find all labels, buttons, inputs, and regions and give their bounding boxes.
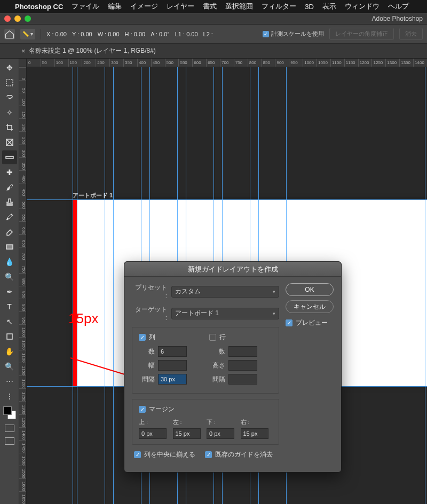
- preset-label: プリセット :: [132, 283, 167, 300]
- ok-button[interactable]: OK: [286, 283, 334, 296]
- guide-layout-dialog: 新規ガイドレイアウトを作成 プリセット : カスタム▾ ターゲット : アートボ…: [124, 261, 342, 473]
- columns-checkbox[interactable]: ✓列: [139, 333, 202, 342]
- guide-v[interactable]: [113, 67, 114, 504]
- stamp-tool-icon[interactable]: [2, 195, 17, 209]
- gradient-tool-icon[interactable]: [2, 240, 17, 254]
- menu-view[interactable]: 表示: [322, 2, 336, 11]
- marquee-tool-icon[interactable]: [2, 76, 17, 90]
- margin-right-input[interactable]: 15 px: [241, 428, 268, 439]
- opt-a: A : 0.0°: [151, 31, 170, 37]
- guide-h[interactable]: [27, 199, 427, 200]
- col-gutter-input[interactable]: 30 px: [158, 374, 187, 385]
- app-name[interactable]: Photoshop CC: [15, 3, 63, 11]
- blur-tool-icon[interactable]: 💧: [2, 255, 17, 269]
- menu-window[interactable]: ウィンドウ: [345, 2, 379, 11]
- col-count-label: 数: [139, 347, 155, 356]
- guide-v[interactable]: [425, 67, 425, 504]
- col-width-input[interactable]: [158, 360, 187, 371]
- ruler-tool-icon[interactable]: [2, 150, 17, 164]
- menu-type[interactable]: 書式: [203, 2, 217, 11]
- edit-toolbar-icon[interactable]: ⋮: [2, 389, 17, 403]
- rows-checkbox[interactable]: 行: [209, 333, 272, 342]
- menu-help[interactable]: ヘルプ: [388, 2, 409, 11]
- clear-button[interactable]: 消去: [399, 28, 423, 40]
- home-icon[interactable]: [4, 29, 15, 39]
- row-height-input: [228, 360, 257, 371]
- col-count-input[interactable]: 6: [158, 346, 187, 357]
- document-tab-row: × 名称未設定 1 @ 100% (レイヤー 1, RGB/8#): [0, 44, 427, 59]
- tool-palette: ✥ ✧ ✚ 🖌 🖍 💧 🔍 ✒ T ↖ ✋ 🔍 ⋯ ⋮: [0, 59, 19, 504]
- heal-tool-icon[interactable]: ✚: [2, 165, 17, 179]
- margin-left-input[interactable]: 15 px: [173, 428, 201, 439]
- center-columns-checkbox[interactable]: ✓列を中央に揃える: [134, 450, 195, 459]
- opt-l2: L2 :: [203, 31, 213, 37]
- ruler-vertical[interactable]: 0501001502002503003504004505005506006507…: [19, 67, 27, 504]
- mac-menubar: Photoshop CC ファイル 編集 イメージ レイヤー 書式 選択範囲 フ…: [0, 0, 427, 13]
- zoom-icon[interactable]: [25, 15, 31, 22]
- annotation-text: 15px: [68, 310, 98, 327]
- document-tab[interactable]: 名称未設定 1 @ 100% (レイヤー 1, RGB/8#): [29, 46, 156, 55]
- quickmask-icon[interactable]: [5, 425, 14, 432]
- menu-layer[interactable]: レイヤー: [167, 2, 194, 11]
- guide-v[interactable]: [77, 67, 77, 504]
- target-select[interactable]: アートボード 1▾: [171, 308, 279, 319]
- preset-select[interactable]: カスタム▾: [171, 286, 279, 298]
- opt-w: W : 0.00: [98, 31, 120, 37]
- chevron-down-icon: ▾: [273, 289, 275, 294]
- scale-checkbox[interactable]: ✓計測スケールを使用: [263, 30, 324, 38]
- tab-close-icon[interactable]: ×: [21, 47, 26, 55]
- path-select-icon[interactable]: ↖: [2, 315, 17, 329]
- margin-bottom-input[interactable]: 0 px: [207, 428, 234, 439]
- zoom-tool-icon[interactable]: 🔍: [2, 359, 17, 373]
- ruler-corner[interactable]: [19, 59, 27, 67]
- row-gutter-label: 間隔: [209, 375, 225, 384]
- eraser-tool-icon[interactable]: [2, 225, 17, 239]
- target-label: ターゲット :: [132, 305, 167, 322]
- opt-h: H : 0.00: [125, 31, 146, 37]
- color-swatch[interactable]: [3, 406, 16, 419]
- menu-image[interactable]: イメージ: [130, 2, 158, 11]
- history-brush-icon[interactable]: 🖍: [2, 210, 17, 224]
- close-icon[interactable]: [4, 15, 11, 22]
- menu-edit[interactable]: 編集: [108, 2, 122, 11]
- minimize-icon[interactable]: [14, 15, 21, 22]
- clear-guides-checkbox[interactable]: ✓既存のガイドを消去: [205, 450, 273, 459]
- type-tool-icon[interactable]: T: [2, 300, 17, 314]
- more-tools-icon[interactable]: ⋯: [2, 374, 17, 388]
- margin-left-label: 左 :: [173, 418, 205, 426]
- opt-y: Y : 0.00: [72, 31, 92, 37]
- ruler-tool-icon[interactable]: 📏 ▾: [20, 29, 35, 39]
- dialog-title[interactable]: 新規ガイドレイアウトを作成: [124, 262, 341, 277]
- frame-tool-icon[interactable]: [2, 135, 17, 149]
- menu-select[interactable]: 選択範囲: [225, 2, 253, 11]
- lasso-tool-icon[interactable]: [2, 91, 17, 105]
- pen-tool-icon[interactable]: ✒: [2, 285, 17, 299]
- wand-tool-icon[interactable]: ✧: [2, 106, 17, 119]
- cancel-button[interactable]: キャンセル: [286, 300, 334, 313]
- svg-rect-0: [6, 79, 13, 86]
- menu-3d[interactable]: 3D: [305, 3, 314, 11]
- row-height-label: 高さ: [209, 361, 225, 370]
- menu-filter[interactable]: フィルター: [262, 2, 296, 11]
- menu-file[interactable]: ファイル: [72, 2, 99, 11]
- screenmode-icon[interactable]: [5, 437, 14, 445]
- move-tool-icon[interactable]: ✥: [2, 61, 17, 75]
- preview-checkbox[interactable]: ✓プレビュー: [286, 318, 334, 327]
- margin-top-input[interactable]: 0 px: [139, 428, 167, 439]
- window-titlebar: Adobe Photoshop: [0, 13, 427, 25]
- ruler-horizontal[interactable]: 0501001502002503003504004505005506006507…: [27, 59, 427, 67]
- margin-right-label: 右 :: [241, 418, 273, 426]
- artboard-label[interactable]: アートボード 1: [73, 191, 113, 199]
- opt-l1: L1 : 0.00: [175, 31, 198, 37]
- rectangle-tool-icon[interactable]: [2, 330, 17, 343]
- brush-tool-icon[interactable]: 🖌: [2, 180, 17, 194]
- margin-checkbox[interactable]: ✓マージン: [139, 405, 272, 414]
- guide-v[interactable]: [73, 67, 73, 504]
- guide-v[interactable]: [105, 67, 105, 504]
- straighten-button[interactable]: レイヤーの角度補正: [329, 28, 394, 40]
- svg-rect-4: [6, 245, 13, 249]
- dodge-tool-icon[interactable]: 🔍: [2, 270, 17, 284]
- row-count-input: [228, 346, 257, 357]
- hand-tool-icon[interactable]: ✋: [2, 345, 17, 358]
- crop-tool-icon[interactable]: [2, 121, 17, 134]
